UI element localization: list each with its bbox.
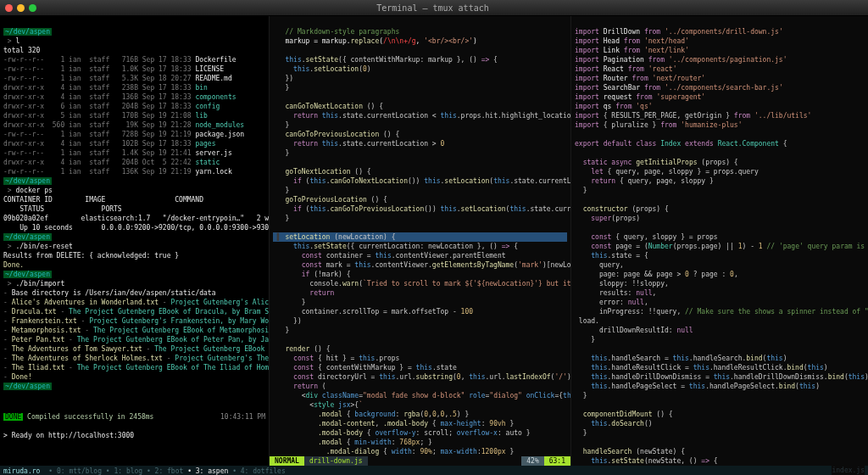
fn-name: canGoToNextLocation bbox=[285, 103, 363, 110]
es-reset-output: Results from DELETE: { acknowledged: tru… bbox=[3, 252, 179, 260]
docker-header: CONTAINER ID IMAGE COMMAND CREATED STATU… bbox=[3, 196, 270, 213]
tmux-tab[interactable]: • 4: dotfiles bbox=[228, 467, 285, 475]
vim-mode: NORMAL bbox=[270, 456, 304, 466]
ls-total: total 320 bbox=[3, 47, 40, 54]
macos-titlebar: Terminal — tmux attach bbox=[0, 0, 868, 16]
fn-name: goToNextLocation bbox=[285, 168, 350, 176]
cmd-es-reset: ./bin/es-reset bbox=[15, 243, 72, 250]
fn-name: goToPreviousLocation bbox=[285, 196, 366, 204]
vim-pane-index[interactable]: import DrillDown from '../components/dri… bbox=[571, 16, 868, 466]
fn-name: canGoToPreviousLocation bbox=[285, 131, 379, 138]
docker-row: 09b020a02ef elasticsearch:1.7 "/docker-e… bbox=[3, 215, 270, 232]
close-icon[interactable] bbox=[5, 4, 13, 12]
done-line: Done. bbox=[3, 261, 24, 269]
minimize-icon[interactable] bbox=[17, 4, 25, 12]
cmd-docker-ps: docker ps bbox=[15, 187, 52, 194]
ready-line: Ready on http://localhost:3000 bbox=[12, 432, 135, 439]
tmux-workarea: ~/dev/aspen > l total 320 -rw-r--r-- 1 i… bbox=[0, 16, 868, 466]
tmux-tab[interactable]: • 2: fbot bbox=[142, 467, 183, 475]
vim-percent: 42% bbox=[521, 456, 543, 466]
done2: Done! bbox=[12, 373, 32, 381]
vim-filename: drill-down.js bbox=[304, 456, 368, 466]
prompt-cwd: ~/dev/aspen bbox=[3, 233, 52, 241]
import-books: - Alice's Adventures in Wonderland.txt -… bbox=[3, 299, 270, 372]
prompt-cwd: ~/dev/aspen bbox=[3, 28, 52, 36]
vim-statusline: NORMAL drill-down.js 42% 63:1 bbox=[270, 455, 570, 466]
zoom-icon[interactable] bbox=[29, 4, 36, 12]
shell-pane[interactable]: ~/dev/aspen > l total 320 -rw-r--r-- 1 i… bbox=[0, 16, 270, 466]
prompt-cwd: ~/dev/aspen bbox=[3, 177, 52, 185]
cmd-l: l bbox=[15, 37, 19, 45]
tmux-tabs[interactable]: • 0: mtt/blog • 1: blog • 2: fbot • 3: a… bbox=[48, 467, 285, 476]
cmd-import: ./bin/import bbox=[15, 280, 64, 288]
import-basedir: Base directory is /Users/ian/dev/aspen/s… bbox=[12, 289, 216, 297]
tmux-tab[interactable]: • 3: aspen bbox=[183, 467, 228, 475]
webpack-msg: Compiled successfully in 2458ms bbox=[27, 413, 153, 421]
traffic-lights bbox=[5, 4, 36, 12]
tmux-tab[interactable]: • 1: blog bbox=[102, 467, 142, 475]
tmux-tab[interactable]: • 0: mtt/blog bbox=[48, 467, 102, 475]
window-title: Terminal — tmux attach bbox=[36, 3, 829, 13]
tmux-statusbar: miruda.ro • 0: mtt/blog • 1: blog • 2: f… bbox=[0, 466, 868, 475]
vim-linecol: 63:1 bbox=[544, 456, 570, 466]
webpack-time: 10:43:11 PM bbox=[220, 412, 265, 422]
ls-listing: -rw-r--r-- 1 ian staff 716B Sep 17 18:33… bbox=[3, 56, 244, 176]
prompt-cwd: ~/dev/aspen bbox=[3, 271, 52, 278]
prompt-cwd: ~/dev/aspen bbox=[3, 383, 52, 390]
vim-pane-drilldown[interactable]: // Markdown-style paragraphs markup = ma… bbox=[270, 16, 571, 466]
tmux-session: miruda.ro bbox=[3, 467, 40, 476]
webpack-done-badge: DONE bbox=[3, 413, 23, 421]
code-comment: // Markdown-style paragraphs bbox=[285, 28, 399, 36]
